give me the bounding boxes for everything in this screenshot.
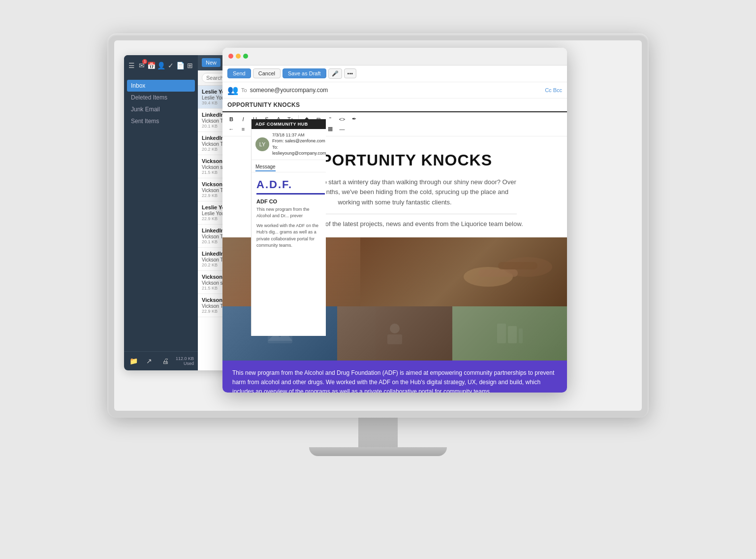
- adf-logo-section: A.D.F. ADF CO This new program from the …: [252, 172, 326, 223]
- monitor-neck: [358, 418, 398, 447]
- sidebar-item-deleted[interactable]: Deleted Items: [124, 92, 198, 103]
- bold-button[interactable]: B: [226, 114, 236, 124]
- minimize-dot[interactable]: [236, 54, 241, 59]
- monitor-screen: ☰ ✉ 1 📅 👤 ✓ 📄 ⊞ Inbox Deleted Items: [114, 40, 642, 411]
- adf-section-title: ADF CO: [256, 198, 325, 204]
- svg-rect-7: [387, 334, 402, 344]
- compose-titlebar: [222, 48, 567, 66]
- photo-2-svg: [380, 319, 410, 348]
- mail-icon[interactable]: ✉ 1: [137, 60, 147, 71]
- photo-3-svg: [495, 319, 524, 348]
- send-button[interactable]: Send: [227, 68, 251, 78]
- sidebar-item-junk[interactable]: Junk Email: [124, 103, 198, 115]
- email-sidebar: ☰ ✉ 1 📅 👤 ✓ 📄 ⊞ Inbox Deleted Items: [124, 55, 198, 370]
- quote-button[interactable]: ": [325, 114, 335, 124]
- cancel-button[interactable]: Cancel: [253, 68, 281, 78]
- maximize-dot[interactable]: [243, 54, 248, 59]
- photo-3: [452, 306, 567, 361]
- svg-point-6: [390, 324, 400, 333]
- adf-body-text-2: We worked with the ADF on the Hub's dig.…: [252, 223, 326, 249]
- adf-hub-header: ADF COMMUNITY HUB: [252, 119, 326, 129]
- print-icon[interactable]: 🖨: [160, 356, 171, 366]
- svg-rect-10: [519, 329, 523, 343]
- save-draft-button[interactable]: Save as Draft: [283, 68, 326, 78]
- adf-tab[interactable]: Message: [252, 160, 326, 172]
- share-icon[interactable]: ↗: [144, 356, 155, 366]
- to-input[interactable]: [250, 87, 542, 94]
- contacts-icon[interactable]: 👤: [156, 60, 166, 71]
- svg-rect-8: [497, 324, 506, 343]
- table-button[interactable]: ▦: [325, 124, 335, 134]
- adf-email-meta: LY 7/3/18 11:37 AM From: sales@zenfone.c…: [252, 129, 326, 160]
- hamburger-icon[interactable]: ☰: [127, 60, 137, 71]
- italic-button[interactable]: I: [238, 114, 248, 124]
- microphone-button[interactable]: 🎤: [328, 68, 342, 79]
- folder-icon[interactable]: 📁: [128, 356, 139, 366]
- sidebar-item-inbox[interactable]: Inbox: [127, 80, 195, 92]
- more-options-button[interactable]: •••: [344, 68, 357, 78]
- tasks-icon[interactable]: ✓: [166, 60, 176, 71]
- svg-rect-3: [498, 262, 537, 269]
- compose-subject: OPPORTUNITY KNOCKS: [222, 99, 567, 112]
- apps-icon[interactable]: ⊞: [185, 60, 195, 71]
- monitor-bezel: ☰ ✉ 1 📅 👤 ✓ 📄 ⊞ Inbox Deleted Items: [107, 33, 649, 418]
- new-button[interactable]: New: [202, 58, 220, 67]
- photo-2: [337, 306, 452, 361]
- align-button[interactable]: ←: [226, 124, 236, 134]
- svg-rect-2: [478, 269, 518, 277]
- email-sender: LinkedIn: [202, 251, 224, 257]
- adf-body-text: This new program from the Alcohol and Dr…: [256, 206, 325, 220]
- email-cta-block: This new program from the Alcohol and Dr…: [222, 361, 567, 393]
- adf-preview-panel: ADF COMMUNITY HUB LY 7/3/18 11:37 AM Fro…: [251, 119, 326, 336]
- to-label: To: [241, 87, 247, 93]
- email-sender: LinkedIn: [202, 135, 224, 141]
- code-button[interactable]: <>: [337, 114, 347, 124]
- cc-bcc-button[interactable]: Cc Bcc: [545, 87, 562, 93]
- avatar: LY: [255, 137, 269, 151]
- people-icon: 👥: [227, 85, 238, 96]
- email-sender: LinkedIn: [202, 112, 224, 118]
- notes-icon[interactable]: 📄: [176, 60, 186, 71]
- sidebar-top-icons: ☰ ✉ 1 📅 👤 ✓ 📄 ⊞: [124, 55, 198, 76]
- signature-button[interactable]: ✒: [349, 114, 359, 124]
- adf-email-time: 7/3/18 11:37 AM: [272, 132, 326, 138]
- svg-rect-9: [508, 326, 517, 343]
- email-sender: LinkedIn: [202, 228, 224, 233]
- divider-button[interactable]: —: [337, 124, 347, 134]
- close-dot[interactable]: [228, 54, 233, 59]
- compose-to-row: 👥 To Cc Bcc: [222, 82, 567, 99]
- adf-logo: A.D.F.: [256, 178, 325, 195]
- mail-badge: 1: [142, 59, 147, 64]
- calendar-icon[interactable]: 📅: [146, 60, 156, 71]
- sidebar-nav: Inbox Deleted Items Junk Email Sent Item…: [124, 76, 198, 351]
- list-button[interactable]: ≡: [238, 124, 248, 134]
- sidebar-footer: 📁 ↗ 🖨 112.0 KBUsed: [124, 351, 198, 370]
- monitor-wrap: ☰ ✉ 1 📅 👤 ✓ 📄 ⊞ Inbox Deleted Items: [58, 33, 698, 526]
- sidebar-item-sent[interactable]: Sent Items: [124, 115, 198, 127]
- storage-info: 112.0 KBUsed: [176, 356, 194, 366]
- monitor-base: [309, 447, 447, 456]
- compose-toolbar: Send Cancel Save as Draft 🎤 •••: [222, 66, 567, 82]
- window-dots: [228, 54, 248, 59]
- hero-svg: [459, 242, 557, 301]
